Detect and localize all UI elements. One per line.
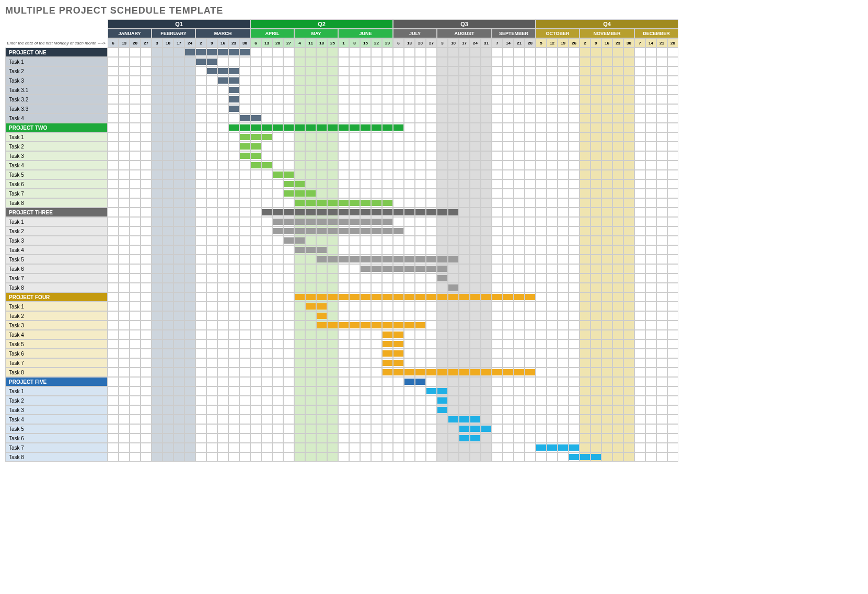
grid-cell (360, 330, 371, 339)
month-header: FEBRUARY (152, 29, 195, 38)
grid-cell (492, 396, 503, 405)
grid-cell (184, 170, 195, 179)
grid-cell (634, 443, 645, 452)
task-label: Task 2 (5, 66, 108, 76)
grid-cell (503, 161, 514, 170)
grid-cell (327, 433, 338, 443)
grid-cell (667, 104, 678, 113)
grid-cell (305, 321, 316, 330)
grid-cell (591, 292, 601, 302)
grid-cell (195, 264, 206, 273)
grid-cell (130, 396, 141, 405)
grid-cell (349, 255, 360, 264)
grid-cell (349, 292, 360, 302)
grid-cell (184, 151, 195, 161)
task-label: Task 4 (5, 245, 108, 255)
grid-cell (305, 330, 316, 339)
grid-cell (448, 377, 459, 386)
gantt-bar (426, 388, 436, 394)
grid-cell (382, 104, 393, 113)
gantt-bar (459, 416, 469, 422)
grid-cell (360, 170, 371, 179)
grid-cell (645, 302, 656, 311)
grid-cell (656, 85, 667, 95)
grid-cell (558, 283, 569, 292)
grid-cell (612, 85, 623, 95)
gantt-bar (339, 294, 349, 300)
grid-cell (152, 132, 163, 142)
grid-cell (448, 198, 459, 208)
grid-cell (580, 198, 591, 208)
grid-cell (623, 142, 634, 151)
grid-cell (547, 208, 558, 217)
grid-cell (569, 349, 580, 358)
grid-cell (250, 189, 261, 198)
grid-cell (108, 48, 119, 57)
grid-cell (250, 283, 261, 292)
grid-cell (645, 113, 656, 123)
grid-cell (173, 198, 184, 208)
grid-cell (327, 283, 338, 292)
grid-cell (338, 311, 349, 321)
grid-cell (130, 452, 141, 462)
grid-cell (283, 443, 294, 452)
grid-cell (184, 302, 195, 311)
gantt-bar (361, 219, 371, 225)
week-header: 16 (601, 38, 612, 48)
grid-cell (634, 302, 645, 311)
week-header: 21 (514, 38, 525, 48)
grid-cell (261, 226, 272, 236)
grid-cell (459, 339, 470, 349)
grid-cell (481, 48, 492, 57)
grid-cell (481, 66, 492, 76)
grid-cell (591, 452, 601, 462)
grid-cell (492, 236, 503, 245)
grid-cell (503, 85, 514, 95)
grid-cell (195, 433, 206, 443)
grid-cell (393, 255, 404, 264)
grid-cell (360, 405, 371, 415)
grid-cell (349, 189, 360, 198)
grid-cell (601, 113, 612, 123)
grid-cell (108, 198, 119, 208)
grid-cell (272, 339, 283, 349)
grid-cell (492, 57, 503, 66)
grid-cell (656, 236, 667, 245)
grid-cell (283, 208, 294, 217)
grid-cell (481, 424, 492, 433)
grid-cell (141, 283, 152, 292)
grid-cell (667, 358, 678, 368)
grid-cell (338, 95, 349, 104)
grid-cell (305, 433, 316, 443)
grid-cell (612, 151, 623, 161)
grid-cell (163, 283, 173, 292)
gantt-bar (317, 219, 327, 225)
grid-cell (152, 113, 163, 123)
grid-cell (525, 264, 536, 273)
grid-cell (382, 179, 393, 189)
grid-cell (141, 151, 152, 161)
gantt-bar (448, 284, 458, 291)
grid-cell (152, 85, 163, 95)
grid-cell (338, 339, 349, 349)
grid-cell (305, 198, 316, 208)
grid-cell (525, 161, 536, 170)
grid-cell (470, 330, 481, 339)
week-header: 13 (404, 38, 415, 48)
grid-cell (382, 264, 393, 273)
task-label: Task 6 (5, 349, 108, 358)
page-title: MULTIPLE PROJECT SCHEDULE TEMPLATE (5, 5, 863, 16)
gantt-bar (240, 143, 250, 150)
gantt-bar (229, 77, 239, 84)
grid-cell (503, 123, 514, 132)
grid-cell (294, 217, 305, 226)
grid-cell (492, 123, 503, 132)
grid-cell (481, 349, 492, 358)
grid-cell (492, 217, 503, 226)
grid-cell (239, 302, 250, 311)
grid-cell (514, 66, 525, 76)
gantt-bar (229, 68, 239, 74)
grid-cell (547, 198, 558, 208)
gantt-bar (558, 444, 568, 451)
gantt-bar (470, 369, 480, 375)
